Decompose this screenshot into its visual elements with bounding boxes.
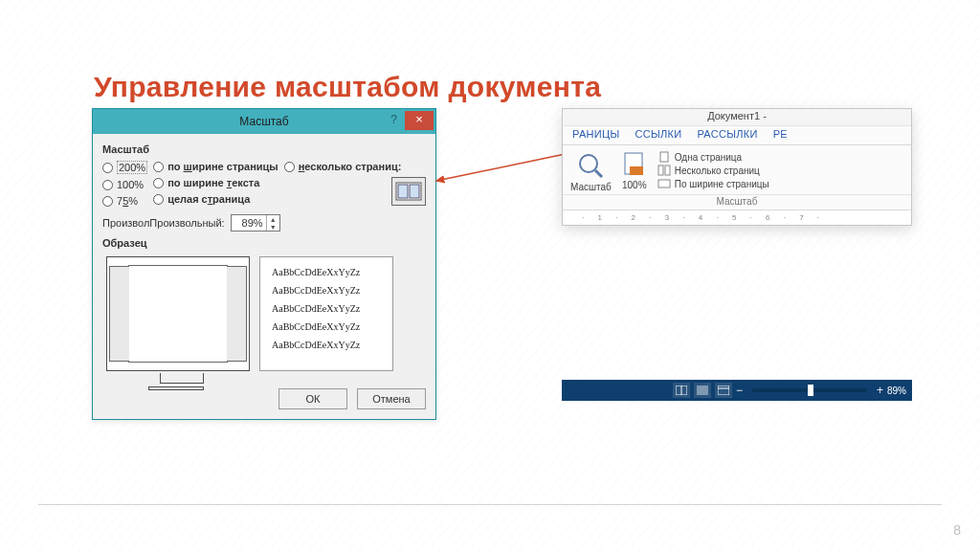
radio-text-width[interactable]: по ширине текста xyxy=(153,177,278,188)
multi-page-preview-icon[interactable] xyxy=(391,177,426,206)
svg-rect-1 xyxy=(398,185,408,198)
svg-rect-15 xyxy=(718,386,729,395)
tab-pages[interactable]: РАНИЦЫ xyxy=(572,128,619,143)
page-width-icon xyxy=(657,178,671,189)
spinner-down-icon[interactable]: ▼ xyxy=(267,223,279,231)
ruler: · 1 · 2 · 3 · 4 · 5 · 6 · 7 · xyxy=(563,209,911,225)
tab-review[interactable]: РЕ xyxy=(773,128,788,143)
ok-button[interactable]: ОК xyxy=(278,388,347,409)
svg-rect-11 xyxy=(658,180,670,187)
help-button[interactable]: ? xyxy=(385,111,403,128)
svg-rect-10 xyxy=(665,165,670,175)
svg-rect-8 xyxy=(660,152,668,162)
zoom-in-button[interactable]: + xyxy=(877,384,883,397)
ribbon-group-label: Масштаб xyxy=(563,194,911,209)
sample-label: Образец xyxy=(102,237,426,249)
svg-rect-7 xyxy=(630,166,643,175)
sample-monitor-icon xyxy=(106,256,250,371)
tab-mailings[interactable]: РАССЫЛКИ xyxy=(697,128,757,143)
radio-multiple-pages[interactable]: несколько страниц: xyxy=(284,161,426,172)
svg-rect-9 xyxy=(658,165,663,175)
slider-knob[interactable] xyxy=(808,385,813,396)
close-button[interactable]: × xyxy=(405,111,434,130)
ribbon-tabs: РАНИЦЫ ССЫЛКИ РАССЫЛКИ РЕ xyxy=(563,126,911,145)
magnifier-icon xyxy=(576,151,605,180)
svg-line-5 xyxy=(595,170,602,177)
one-page-button[interactable]: Одна страница xyxy=(657,151,769,163)
tab-links[interactable]: ССЫЛКИ xyxy=(635,128,681,143)
document-title: Документ1 - xyxy=(563,109,911,126)
multi-page-icon xyxy=(657,165,671,176)
zoom-out-button[interactable]: − xyxy=(736,384,743,397)
radio-page-width[interactable]: по ширине страницы xyxy=(153,161,278,172)
page-number: 8 xyxy=(953,522,961,538)
print-layout-icon[interactable] xyxy=(694,383,711,398)
svg-line-3 xyxy=(436,152,574,181)
zoom-dialog: Масштаб ? × Масштаб 200% 100% 75% по шир… xyxy=(92,108,436,420)
zoom-value[interactable]: 89% xyxy=(887,386,906,396)
svg-rect-2 xyxy=(410,185,419,198)
status-bar: − + 89% xyxy=(562,380,912,401)
sample-text-box: AaBbCcDdEeXxYyZz AaBbCcDdEeXxYyZz AaBbCc… xyxy=(259,256,393,371)
custom-zoom-label: ПроизволПроизволПроизволПроизволПроизвол… xyxy=(102,217,225,229)
dialog-titlebar[interactable]: Масштаб ? × xyxy=(93,109,435,134)
radio-100[interactable]: 100% xyxy=(102,179,147,190)
divider xyxy=(38,504,942,505)
zoom-100-button[interactable]: 100% xyxy=(621,151,648,192)
web-layout-icon[interactable] xyxy=(715,383,732,398)
zoom-button[interactable]: Масштаб xyxy=(570,151,612,192)
radio-75[interactable]: 75% xyxy=(102,195,147,207)
arrow-icon xyxy=(433,148,576,187)
zoom-slider[interactable] xyxy=(752,388,867,392)
lbl: Произвольный: xyxy=(149,217,224,229)
page-width-button[interactable]: По ширине страницы xyxy=(657,178,769,189)
spinner-up-icon[interactable]: ▲ xyxy=(267,215,279,223)
one-page-icon xyxy=(657,151,671,163)
radio-whole-page[interactable]: целая страница xyxy=(153,193,278,205)
dialog-title: Масштаб xyxy=(239,115,288,128)
svg-point-4 xyxy=(580,155,597,172)
ribbon-snippet: Документ1 - РАНИЦЫ ССЫЛКИ РАССЫЛКИ РЕ Ма… xyxy=(562,108,912,226)
cancel-button[interactable]: Отмена xyxy=(357,388,426,409)
custom-zoom-spinner[interactable]: 89% ▲▼ xyxy=(231,214,280,231)
custom-zoom-value[interactable]: 89% xyxy=(232,217,266,229)
multi-page-button[interactable]: Несколько страниц xyxy=(657,165,769,176)
radio-200[interactable]: 200% xyxy=(102,161,147,174)
read-mode-icon[interactable] xyxy=(673,383,690,398)
zoom-group-label: Масштаб xyxy=(102,143,426,155)
page-100-icon xyxy=(621,151,648,178)
svg-rect-14 xyxy=(697,386,708,395)
slide-title: Управление масштабом документа xyxy=(94,71,601,103)
